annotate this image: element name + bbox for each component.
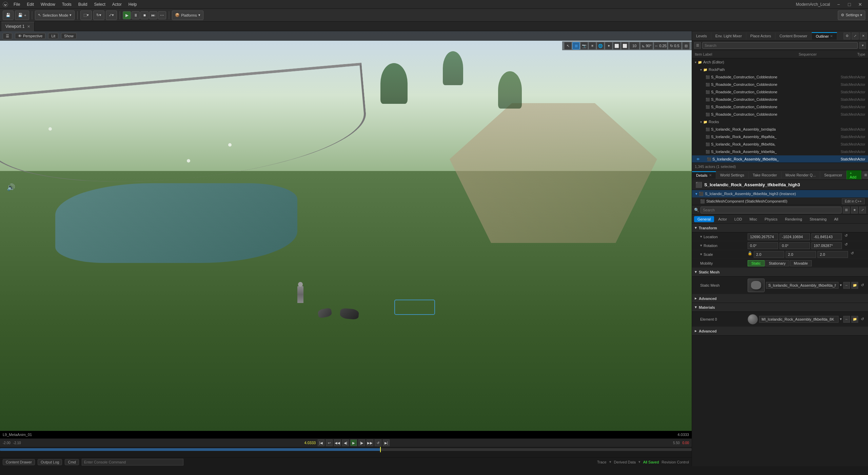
sequencer-details-tab[interactable]: Sequencer (820, 172, 847, 178)
details-search-input[interactable] (701, 207, 842, 213)
details-icon-1[interactable]: ⊞ (863, 172, 868, 178)
cmd-button[interactable]: Cmd (65, 459, 79, 465)
light-icon-btn[interactable]: ☀ (589, 42, 596, 50)
tree-rock-selected[interactable]: 👁 ⬛ S_Icelandic_Rock_Assembly_tfkbeifda_… (692, 155, 868, 163)
component-instance[interactable]: ▾ ⬛ S_Iclandic_Rock_Assembly_tfkbeifda_h… (692, 190, 868, 197)
hamburger-button[interactable]: ☰ (3, 33, 12, 39)
grid-icon-btn[interactable]: ⊞ (572, 42, 580, 50)
outliner-expand-icon[interactable]: ⤢ (852, 33, 859, 39)
advanced2-section-header[interactable]: ▸ Advanced (692, 327, 868, 336)
menu-tools[interactable]: Tools (59, 1, 75, 7)
cat-lod-tab[interactable]: LOD (731, 216, 746, 222)
materials-section-header[interactable]: ▾ Materials (692, 303, 868, 312)
tl-rew-btn[interactable]: ◀◀ (334, 439, 341, 446)
details-star-icon[interactable]: ★ (851, 207, 858, 213)
tl-ff-btn[interactable]: ▶▶ (367, 439, 373, 446)
selection-mode-button[interactable]: ↖ Selection Mode ▾ (35, 11, 75, 20)
cat-misc-tab[interactable]: Misc (746, 216, 761, 222)
mesh-browse-icon[interactable]: 📁 (851, 282, 858, 289)
tree-item[interactable]: ⬛ S_Roadside_Construction_Cobblestone St… (692, 96, 868, 103)
tree-item[interactable]: ⬛ S_Roadside_Construction_Cobblestone St… (692, 103, 868, 111)
mesh-reset-icon[interactable]: ↺ (861, 283, 864, 287)
timeline-track[interactable] (0, 447, 692, 457)
place-actors-tab[interactable]: Place Actors (746, 33, 775, 39)
static-mobility-button[interactable]: Static (748, 260, 765, 266)
location-reset-icon[interactable]: ↺ (845, 233, 848, 240)
tree-item[interactable]: ⬛ S_Roadside_Construction_Cobblestone St… (692, 81, 868, 88)
derived-data-dropdown-icon[interactable]: ▾ (638, 460, 640, 464)
material-value-input[interactable] (759, 316, 839, 323)
tl-step-back-btn[interactable]: ◀| (342, 439, 349, 446)
pp-icon-btn[interactable]: ⬜ (613, 42, 620, 50)
save-button[interactable]: 💾 (3, 11, 14, 20)
scale-button[interactable]: ⤢▾ (106, 11, 117, 20)
mesh-use-icon[interactable]: ← (843, 282, 850, 289)
angle-btn[interactable]: ⊾ 90° (640, 42, 653, 50)
cat-physics-tab[interactable]: Physics (761, 216, 781, 222)
trace-dropdown-icon[interactable]: ▾ (609, 460, 611, 464)
outliner-tab-close-icon[interactable]: ✕ (830, 34, 833, 38)
details-expand-icon[interactable]: ⤢ (859, 207, 866, 213)
selected-eye-icon[interactable]: 👁 (695, 157, 702, 161)
advanced-section-header[interactable]: ▸ Advanced (692, 294, 868, 303)
location-y-input[interactable] (780, 233, 810, 240)
content-browser-tab[interactable]: Content Browser (775, 33, 812, 39)
menu-actor[interactable]: Actor (109, 1, 125, 7)
outliner-close-icon[interactable]: ✕ (860, 33, 867, 39)
menu-build[interactable]: Build (75, 1, 91, 7)
tree-rockpath-folder[interactable]: ▾ 📁 RockPath (692, 66, 868, 73)
add-button[interactable]: + Add (847, 170, 861, 180)
rotation-y-input[interactable] (780, 242, 810, 249)
output-log-button[interactable]: Output Log (38, 459, 62, 465)
stop-button[interactable]: ■ (140, 11, 149, 19)
platforms-button[interactable]: 📦 Platforms ▾ (172, 11, 203, 20)
tree-rocks-folder[interactable]: ▾ 📁 Rocks (692, 118, 868, 126)
movie-render-tab[interactable]: Movie Render Q... (782, 172, 820, 178)
audio-icon[interactable]: 🔊 (7, 183, 15, 191)
lit-button[interactable]: Lit (48, 33, 58, 39)
details-tab-close-icon[interactable]: ✕ (709, 173, 712, 177)
layout-btn[interactable]: ⊟ (682, 42, 690, 50)
scale-y-input[interactable] (786, 251, 816, 258)
minimize-button[interactable]: − (833, 0, 844, 9)
mat-use-icon[interactable]: ← (843, 316, 850, 323)
play-button[interactable]: ▶ (123, 11, 131, 19)
select-icon-btn[interactable]: ↖ (564, 42, 572, 50)
fx-icon-btn[interactable]: ✦ (605, 42, 612, 50)
camera-icon-btn[interactable]: 📷 (580, 42, 588, 50)
mesh-dropdown-icon[interactable]: ▾ (840, 283, 842, 287)
tl-play-btn[interactable]: ▶ (350, 439, 357, 446)
edit-cpp-button[interactable]: Edit in C++ (842, 198, 865, 204)
world-settings-tab[interactable]: World Settings (716, 172, 749, 178)
rotate-button[interactable]: ↻▾ (93, 11, 104, 20)
close-button[interactable]: ✕ (855, 0, 865, 9)
scale-z-input[interactable] (817, 251, 848, 258)
details-tab[interactable]: Details ✕ (692, 171, 716, 179)
settings-button[interactable]: ⚙ Settings ▾ (838, 11, 865, 20)
details-grid-icon[interactable]: ⊞ (843, 207, 850, 213)
levels-tab[interactable]: Levels (692, 33, 711, 39)
tl-loop-btn[interactable]: ↩ (326, 439, 333, 446)
transform-button[interactable]: ⬚▾ (80, 11, 92, 20)
menu-window[interactable]: Window (37, 1, 59, 7)
mat-dropdown-icon[interactable]: ▾ (840, 317, 842, 321)
static-mesh-value-input[interactable] (766, 282, 839, 289)
cat-rendering-tab[interactable]: Rendering (782, 216, 806, 222)
cat-actor-tab[interactable]: Actor (715, 216, 730, 222)
tl-end-btn[interactable]: ▶| (383, 439, 390, 446)
more-button[interactable]: ⋯ (158, 11, 166, 19)
env-icon-btn[interactable]: 🌐 (597, 42, 604, 50)
content-drawer-button[interactable]: Content Drawer (3, 459, 35, 465)
tree-root[interactable]: ▾ 📁 Arch (Editor) (692, 58, 868, 66)
console-command-input[interactable] (82, 459, 183, 466)
rotation-dropdown-icon[interactable]: ▾ (700, 243, 702, 248)
tree-rock-1[interactable]: ⬛ S_Icelandic_Rock_Assembly_txrrdajda St… (692, 126, 868, 133)
tab-close-icon[interactable]: ✕ (27, 24, 30, 29)
scale-reset-icon[interactable]: ↺ (851, 251, 854, 258)
take-recorder-tab[interactable]: Take Recorder (749, 172, 782, 178)
skip-button[interactable]: ⏭ (149, 11, 157, 19)
location-x-input[interactable] (748, 233, 778, 240)
vr-icon-btn[interactable]: ⬜ (621, 42, 629, 50)
mat-browse-icon[interactable]: 📁 (851, 316, 858, 323)
maximize-button[interactable]: □ (844, 0, 854, 9)
